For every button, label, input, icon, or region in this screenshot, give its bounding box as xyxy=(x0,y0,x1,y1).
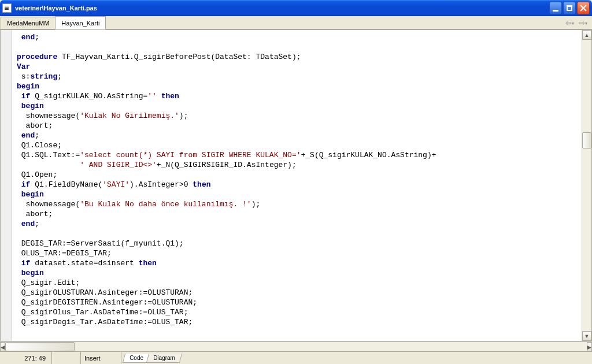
nav-arrows: ⇦▾ ⇨▾ xyxy=(565,16,592,29)
code-area[interactable]: end; procedure TF_Hayvan_Karti.Q_sigirBe… xyxy=(12,30,582,341)
gutter xyxy=(1,30,12,341)
tab-label: MedaMenuMM xyxy=(7,20,49,27)
statusbar: 271: 49 Insert Code Diagram xyxy=(0,351,592,364)
nav-forward-icon[interactable]: ⇨▾ xyxy=(579,18,587,27)
document-icon xyxy=(2,3,12,13)
titlebar: veteriner\Hayvan_Karti.pas xyxy=(0,0,592,16)
cursor-position: 271: 49 xyxy=(0,352,52,364)
scroll-track[interactable] xyxy=(5,342,587,351)
scroll-up-icon[interactable]: ▲ xyxy=(582,30,591,40)
scroll-track[interactable] xyxy=(582,40,591,331)
nav-back-icon[interactable]: ⇦▾ xyxy=(565,18,574,27)
tab-label: Hayvan_Karti xyxy=(61,20,99,27)
window-buttons xyxy=(549,2,590,14)
tab-medamenu[interactable]: MedaMenuMM xyxy=(1,17,56,29)
minimize-button[interactable] xyxy=(549,2,562,14)
window-title: veteriner\Hayvan_Karti.pas xyxy=(15,5,549,12)
modified-indicator xyxy=(52,352,81,364)
view-tabs: Code Diagram xyxy=(121,352,179,364)
horizontal-scrollbar[interactable]: ◀ ▶ xyxy=(0,341,592,351)
tab-label: Diagram xyxy=(153,355,175,361)
editor: end; procedure TF_Hayvan_Karti.Q_sigirBe… xyxy=(0,29,592,341)
insert-mode: Insert xyxy=(81,352,121,364)
tab-hayvan-karti[interactable]: Hayvan_Karti xyxy=(55,16,106,29)
vertical-scrollbar[interactable]: ▲ ▼ xyxy=(582,30,591,341)
status-spacer xyxy=(179,352,592,364)
tab-label: Code xyxy=(130,355,143,361)
tab-diagram[interactable]: Diagram xyxy=(146,354,182,363)
scroll-thumb[interactable] xyxy=(582,132,591,148)
maximize-button[interactable] xyxy=(563,2,576,14)
file-tabbar: MedaMenuMM Hayvan_Karti ⇦▾ ⇨▾ xyxy=(0,16,592,29)
scroll-left-icon[interactable]: ◀ xyxy=(0,342,5,352)
scroll-thumb[interactable] xyxy=(5,342,75,351)
scroll-right-icon[interactable]: ▶ xyxy=(587,342,592,352)
scroll-down-icon[interactable]: ▼ xyxy=(582,331,591,341)
close-button[interactable] xyxy=(577,2,590,14)
